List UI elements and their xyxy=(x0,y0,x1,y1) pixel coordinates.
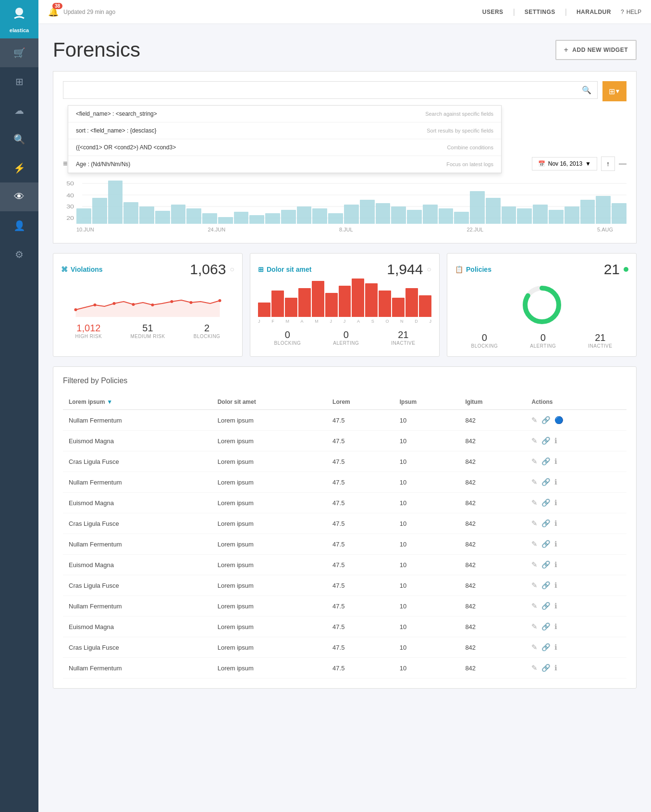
violations-high-risk: 1,012 HIGH RISK xyxy=(75,323,102,339)
search-hint-combine-desc: Combine conditions xyxy=(447,145,493,150)
histogram-bar xyxy=(202,213,217,224)
histogram-bar xyxy=(423,205,438,224)
dolor-bar xyxy=(312,281,324,317)
edit-icon[interactable]: ✎ xyxy=(531,602,538,610)
link-icon[interactable]: 🔗 xyxy=(541,581,551,590)
link-icon[interactable]: 🔗 xyxy=(541,478,551,486)
date-picker-button[interactable]: 📅 Nov 16, 2013 ▼ xyxy=(532,157,597,170)
dolor-count: 1,944 xyxy=(387,261,423,278)
edit-icon[interactable]: ✎ xyxy=(531,416,538,424)
sidebar-item-eye[interactable]: 👁 xyxy=(0,182,38,211)
svg-point-16 xyxy=(219,299,221,302)
dolor-menu[interactable]: ○ xyxy=(427,265,431,274)
link-icon[interactable]: 🔗 xyxy=(541,457,551,466)
sidebar-item-settings[interactable]: ⚙ xyxy=(0,240,38,269)
col-igitum: Igitum xyxy=(459,395,526,410)
edit-icon[interactable]: ✎ xyxy=(531,540,538,548)
info-icon[interactable]: ℹ xyxy=(554,519,557,528)
help-button[interactable]: ? HELP xyxy=(621,9,641,15)
sort-button[interactable]: ↑ xyxy=(601,157,615,171)
x-label-3: 8.JUL xyxy=(339,227,353,232)
nav-settings[interactable]: SETTINGS xyxy=(525,9,555,15)
collapse-btn2[interactable]: — xyxy=(619,159,626,168)
actions-cell: ✎ 🔗 ℹ xyxy=(526,596,626,617)
info-icon[interactable]: ℹ xyxy=(554,436,557,445)
collapse-btn[interactable]: ≡ xyxy=(63,159,67,168)
sidebar-item-dashboard[interactable]: 🛒 xyxy=(0,38,38,67)
dolor-bar xyxy=(392,298,405,317)
edit-icon[interactable]: ✎ xyxy=(531,664,538,672)
add-widget-button[interactable]: + ADD NEW WIDGET xyxy=(555,40,637,60)
nav-user[interactable]: HARALDUR xyxy=(577,9,611,15)
link-icon[interactable]: 🔗 xyxy=(541,416,551,424)
histogram-bar xyxy=(155,211,170,224)
link-icon[interactable]: 🔗 xyxy=(541,519,551,528)
table-cell: 10 xyxy=(394,410,460,431)
dolor-bar xyxy=(298,288,311,317)
sort-arrow-icon[interactable]: ▼ xyxy=(107,399,112,405)
table-body: Nullam FermentumLorem ipsum47.510842 ✎ 🔗… xyxy=(63,410,626,679)
edit-icon[interactable]: ✎ xyxy=(531,457,538,466)
edit-icon[interactable]: ✎ xyxy=(531,478,538,486)
search-input[interactable] xyxy=(69,86,582,94)
sidebar-item-activity[interactable]: ⚡ xyxy=(0,154,38,182)
edit-icon[interactable]: ✎ xyxy=(531,643,538,652)
link-icon[interactable]: 🔗 xyxy=(541,560,551,569)
link-icon[interactable]: 🔗 xyxy=(541,436,551,445)
table-row: Euismod MagnaLorem ipsum47.510842 ✎ 🔗 ℹ xyxy=(63,555,626,575)
edit-icon[interactable]: ✎ xyxy=(531,622,538,631)
notification-bell[interactable]: 🔔 38 xyxy=(48,7,59,17)
search-hint-field[interactable]: <field_name> : <search_string> Search ag… xyxy=(68,106,501,122)
link-icon[interactable]: 🔗 xyxy=(541,664,551,672)
info-icon[interactable]: ℹ xyxy=(554,498,557,507)
violations-menu[interactable]: ○ xyxy=(230,265,234,274)
link-icon[interactable]: 🔗 xyxy=(541,622,551,631)
sidebar-item-grid[interactable]: ⊞ xyxy=(0,67,38,96)
violations-medium-risk: 51 MEDIUM RISK xyxy=(130,323,165,339)
edit-icon[interactable]: ✎ xyxy=(531,436,538,445)
histogram-bar xyxy=(580,200,595,224)
link-icon[interactable]: 🔗 xyxy=(541,540,551,548)
info-icon[interactable]: ℹ xyxy=(554,602,557,610)
info-icon[interactable]: ℹ xyxy=(554,560,557,569)
link-icon[interactable]: 🔗 xyxy=(541,643,551,652)
info-icon[interactable]: ℹ xyxy=(554,622,557,631)
link-icon[interactable]: 🔗 xyxy=(541,602,551,610)
info-icon[interactable]: ℹ xyxy=(554,478,557,486)
search-hint-sort[interactable]: sort : <field_name> : {desclasc} Sort re… xyxy=(68,122,501,139)
info-icon[interactable]: ℹ xyxy=(554,457,557,466)
edit-icon[interactable]: ✎ xyxy=(531,519,538,528)
topbar-left: 🔔 38 Updated 29 min ago xyxy=(48,7,115,17)
histogram-bar xyxy=(108,181,123,224)
table-cell: 47.5 xyxy=(327,596,394,617)
info-icon[interactable]: ℹ xyxy=(554,581,557,590)
eye-icon: 👁 xyxy=(14,191,25,203)
edit-icon[interactable]: ✎ xyxy=(531,581,538,590)
query-button[interactable]: ⊞ ▼ xyxy=(602,81,626,101)
info-icon[interactable]: ℹ xyxy=(554,540,557,548)
table-cell: 47.5 xyxy=(327,410,394,431)
edit-icon[interactable]: ✎ xyxy=(531,560,538,569)
settings-icon: ⚙ xyxy=(15,249,24,260)
query-arrow-icon: ▼ xyxy=(615,88,621,95)
sidebar-item-user[interactable]: 👤 xyxy=(0,211,38,240)
page-title: Forensics xyxy=(53,38,140,61)
search-hint-combine[interactable]: ({<cond1> OR <cond2>) AND <cond3> Combin… xyxy=(68,139,501,156)
table-cell: Euismod Magna xyxy=(63,431,212,451)
info-icon[interactable]: ℹ xyxy=(554,664,557,672)
info-icon[interactable]: ℹ xyxy=(554,643,557,652)
info-icon[interactable]: 🔵 xyxy=(554,416,564,424)
svg-point-14 xyxy=(171,300,173,303)
link-icon[interactable]: 🔗 xyxy=(541,498,551,507)
table-row: Euismod MagnaLorem ipsum47.510842 ✎ 🔗 ℹ xyxy=(63,617,626,637)
table-cell: 47.5 xyxy=(327,431,394,451)
dolor-bar xyxy=(285,298,297,317)
sidebar-item-cloud[interactable]: ☁ xyxy=(0,96,38,125)
table-cell: Lorem ipsum xyxy=(212,534,327,555)
search-hint-age[interactable]: Age : (Nd/Nh/Nm/Ns) Focus on latest logs xyxy=(68,156,501,173)
search-input-wrap[interactable]: 🔍 xyxy=(63,81,598,99)
app-logo[interactable]: elastica xyxy=(0,0,38,38)
sidebar-item-search[interactable]: 🔍 xyxy=(0,125,38,154)
nav-users[interactable]: USERS xyxy=(482,9,504,15)
edit-icon[interactable]: ✎ xyxy=(531,498,538,507)
